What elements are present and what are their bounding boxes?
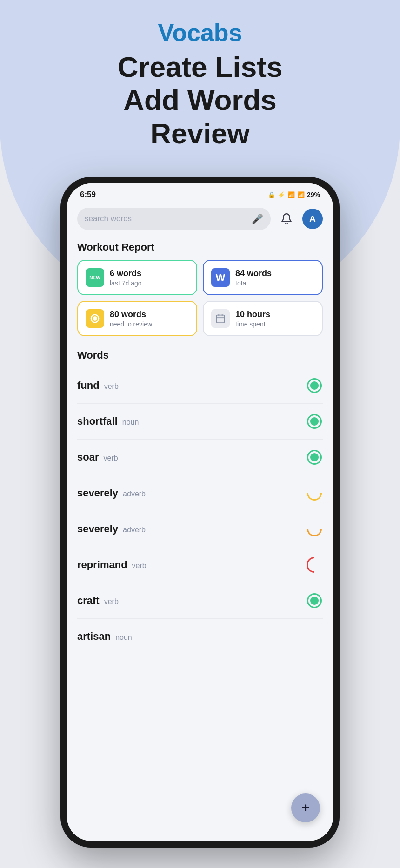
workout-grid: NEW 6 words last 7d ago W 84 words total: [77, 260, 323, 336]
word-text: shortfall: [77, 415, 118, 427]
word-info: reprimand verb: [77, 559, 147, 571]
fab-add-button[interactable]: +: [291, 793, 320, 822]
word-info: severely adverb: [77, 487, 146, 499]
word-info: soar verb: [77, 451, 118, 463]
time-spent-count: 10 hours: [235, 310, 270, 319]
content-area: Workout Report NEW 6 words last 7d ago: [67, 237, 333, 834]
new-badge-icon: NEW: [86, 268, 104, 287]
word-pos: noun: [115, 633, 132, 642]
word-pos: noun: [122, 418, 139, 427]
word-info: fund verb: [77, 380, 119, 392]
review-words-count: 80 words: [110, 310, 152, 319]
word-text: severely: [77, 487, 118, 499]
list-item[interactable]: shortfall noun: [77, 404, 323, 440]
total-words-sub: total: [235, 279, 272, 287]
word-status-icon: [306, 377, 323, 394]
word-pos: adverb: [123, 526, 146, 534]
word-pos: adverb: [123, 490, 146, 498]
status-full-green: [307, 593, 322, 608]
word-status-icon: [306, 592, 323, 609]
phone-frame: 6:59 🔒 ⚡ 📶 📶 29% search words 🎤: [60, 177, 340, 848]
svg-point-1: [93, 317, 96, 320]
mic-icon[interactable]: 🎤: [252, 213, 263, 224]
word-text: soar: [77, 451, 99, 463]
total-words-count: 84 words: [235, 269, 272, 278]
phone-screen: 6:59 🔒 ⚡ 📶 📶 29% search words 🎤: [67, 183, 333, 841]
list-item[interactable]: artisan noun: [77, 619, 323, 654]
words-list: fund verb shortfall noun: [77, 368, 323, 654]
status-half-orange: [307, 522, 322, 536]
word-text: artisan: [77, 631, 111, 643]
card-new-words-text: 6 words last 7d ago: [110, 269, 142, 287]
w-icon: W: [211, 268, 230, 287]
word-status-icon: [306, 449, 323, 466]
words-section-title: Words: [77, 349, 323, 361]
word-text: severely: [77, 523, 118, 535]
tagline-line1: Create Lists: [0, 50, 400, 83]
avatar[interactable]: A: [302, 209, 323, 229]
list-item[interactable]: soar verb: [77, 440, 323, 475]
list-item[interactable]: severely adverb: [77, 475, 323, 511]
new-words-count: 6 words: [110, 269, 142, 278]
word-text: fund: [77, 380, 100, 392]
time-spent-sub: time spent: [235, 320, 270, 328]
workout-section-title: Workout Report: [77, 241, 323, 253]
app-tagline: Create Lists Add Words Review: [0, 50, 400, 150]
search-placeholder: search words: [85, 214, 247, 224]
card-time-spent-text: 10 hours time spent: [235, 310, 270, 328]
list-item[interactable]: severely adverb: [77, 511, 323, 547]
wifi-icon: 📶: [287, 191, 295, 198]
word-info: craft verb: [77, 595, 119, 607]
search-bar[interactable]: search words 🎤: [77, 208, 271, 230]
card-review-words-text: 80 words need to review: [110, 310, 152, 328]
word-pos: verb: [103, 454, 118, 462]
battery-icon: 🔒: [268, 191, 275, 198]
word-status-icon: [306, 413, 323, 430]
svg-rect-2: [217, 315, 225, 323]
status-half-yellow: [307, 486, 322, 501]
tagline-line3: Review: [0, 117, 400, 150]
review-icon: [86, 309, 104, 328]
workout-card-total-words[interactable]: W 84 words total: [203, 260, 323, 295]
word-status-none: [306, 628, 323, 645]
status-icons: 🔒 ⚡ 📶 📶 29%: [268, 191, 320, 198]
status-bar: 6:59 🔒 ⚡ 📶 📶 29%: [67, 183, 333, 203]
list-item[interactable]: fund verb: [77, 368, 323, 404]
word-pos: verb: [104, 597, 119, 606]
status-time: 6:59: [80, 190, 96, 199]
new-label: NEW: [87, 274, 102, 281]
word-pos: verb: [104, 382, 119, 391]
app-title: Vocabs: [0, 19, 400, 47]
review-words-sub: need to review: [110, 320, 152, 328]
status-half-red: [307, 557, 322, 573]
bluetooth-icon: ⚡: [278, 191, 285, 198]
signal-icon: 📶: [297, 191, 305, 198]
card-total-words-text: 84 words total: [235, 269, 272, 287]
tagline-line2: Add Words: [0, 83, 400, 116]
word-status-icon: [306, 521, 323, 537]
battery-percentage: 29%: [307, 191, 320, 198]
word-pos: verb: [132, 562, 147, 570]
word-status-icon: [306, 556, 323, 573]
status-full-green: [307, 414, 322, 429]
word-text: craft: [77, 595, 100, 607]
status-full-green: [307, 450, 322, 465]
list-item[interactable]: reprimand verb: [77, 547, 323, 583]
notification-button[interactable]: [276, 209, 297, 229]
word-status-icon: [306, 485, 323, 502]
word-info: shortfall noun: [77, 415, 139, 427]
workout-card-time-spent[interactable]: 10 hours time spent: [203, 301, 323, 336]
calendar-icon: [211, 309, 230, 328]
list-item[interactable]: craft verb: [77, 583, 323, 619]
word-text: reprimand: [77, 559, 127, 571]
word-info: artisan noun: [77, 631, 132, 643]
header-section: Vocabs Create Lists Add Words Review: [0, 19, 400, 150]
new-words-sub: last 7d ago: [110, 279, 142, 287]
phone-wrapper: 6:59 🔒 ⚡ 📶 📶 29% search words 🎤: [60, 177, 340, 848]
search-area: search words 🎤 A: [67, 203, 333, 237]
status-full-green: [307, 378, 322, 393]
word-info: severely adverb: [77, 523, 146, 535]
workout-card-review-words[interactable]: 80 words need to review: [77, 301, 197, 336]
workout-card-new-words[interactable]: NEW 6 words last 7d ago: [77, 260, 197, 295]
